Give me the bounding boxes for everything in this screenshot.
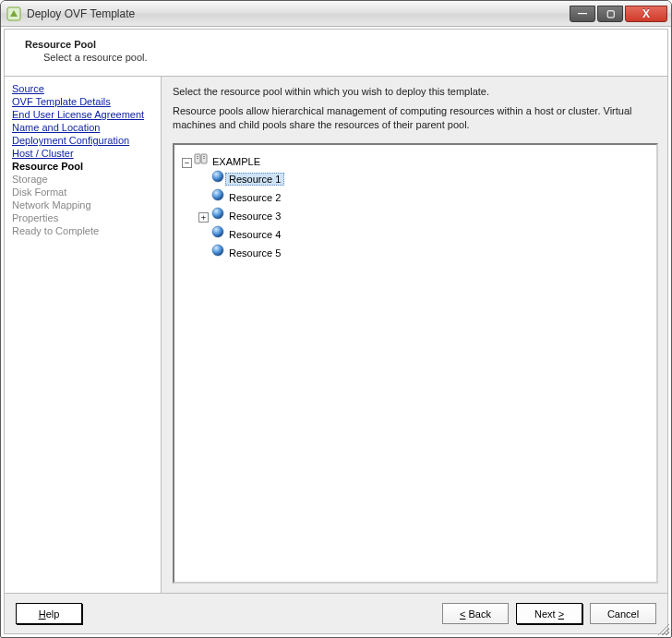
back-button-label: Back	[465, 608, 491, 620]
wizard-step: Storage	[12, 173, 153, 186]
cancel-button[interactable]: Cancel	[590, 603, 656, 624]
tree-node-label: Resource 4	[229, 229, 281, 240]
wizard-window: Deploy OVF Template — ▢ X Resource Pool …	[0, 0, 672, 638]
resource-pool-icon	[210, 206, 225, 221]
app-icon	[6, 6, 21, 21]
wizard-step: Properties	[12, 211, 153, 224]
tree-node-label: Resource 1	[229, 174, 281, 185]
window-title: Deploy OVF Template	[27, 7, 568, 20]
close-icon: X	[642, 7, 650, 20]
help-button[interactable]: Help	[16, 603, 82, 624]
wizard-step[interactable]: Host / Cluster	[12, 147, 153, 160]
svg-point-9	[212, 208, 223, 219]
resource-pool-icon	[210, 224, 225, 239]
content: Resource Pool Select a resource pool. So…	[4, 29, 668, 634]
tree-toggle[interactable]: +	[198, 212, 209, 223]
svg-point-8	[212, 189, 223, 200]
svg-rect-3	[197, 156, 198, 157]
wizard-step[interactable]: OVF Template Details	[12, 95, 153, 108]
resize-grip[interactable]	[656, 622, 669, 635]
maximize-icon: ▢	[606, 8, 615, 18]
wizard-footer: Help < Back Next > Cancel	[5, 593, 667, 633]
wizard-header: Resource Pool Select a resource pool.	[5, 30, 667, 77]
resource-pool-icon	[210, 243, 225, 258]
tree-node[interactable]: Resource 1	[225, 173, 284, 186]
tree-node-label: Resource 3	[229, 211, 281, 222]
window-buttons: — ▢ X	[568, 6, 667, 22]
back-button[interactable]: < Back	[442, 603, 509, 624]
tree-node-label: EXAMPLE	[212, 156, 260, 167]
wizard-step[interactable]: Name and Location	[12, 121, 153, 134]
minimize-button[interactable]: —	[570, 6, 595, 22]
titlebar[interactable]: Deploy OVF Template — ▢ X	[1, 1, 671, 27]
wizard-steps-sidebar: SourceOVF Template DetailsEnd User Licen…	[5, 77, 162, 593]
tree-node[interactable]: Resource 2	[225, 191, 284, 204]
tree-node[interactable]: Resource 4	[225, 228, 284, 241]
main-pane: Select the resource pool within which yo…	[162, 77, 667, 593]
wizard-step[interactable]: Source	[12, 82, 153, 95]
next-button-label: Next	[534, 608, 558, 620]
close-button[interactable]: X	[625, 6, 667, 22]
cluster-icon	[194, 151, 209, 166]
resource-pool-icon	[210, 169, 225, 184]
wizard-step: Disk Format	[12, 186, 153, 199]
page-subtitle: Select a resource pool.	[43, 52, 654, 63]
tree-node[interactable]: Resource 3	[225, 210, 284, 223]
instruction-text-2: Resource pools allow hierarchical manage…	[173, 104, 658, 132]
tree-node-label: Resource 5	[229, 247, 281, 259]
svg-rect-4	[203, 156, 205, 157]
next-hotkey: >	[558, 608, 564, 620]
wizard-step: Network Mapping	[12, 199, 153, 211]
minimize-icon: —	[578, 8, 587, 18]
tree-node-root[interactable]: EXAMPLE	[209, 155, 264, 168]
wizard-step[interactable]: End User License Agreement	[12, 108, 153, 121]
svg-point-10	[212, 226, 223, 237]
tree-node[interactable]: Resource 5	[225, 247, 284, 259]
resource-pool-tree[interactable]: −EXAMPLEResource 1Resource 2+Resource 3R…	[173, 143, 658, 584]
next-button[interactable]: Next >	[516, 603, 582, 624]
instruction-text-1: Select the resource pool within which yo…	[173, 86, 658, 97]
help-button-label: H	[39, 608, 46, 620]
tree-toggle[interactable]: −	[182, 158, 192, 168]
resource-pool-icon	[210, 187, 225, 202]
svg-point-7	[212, 171, 223, 182]
svg-rect-5	[197, 158, 198, 159]
tree-node-label: Resource 2	[229, 192, 281, 203]
svg-point-11	[212, 245, 223, 256]
page-title: Resource Pool	[25, 39, 654, 50]
wizard-step: Ready to Complete	[12, 224, 153, 237]
middle-area: SourceOVF Template DetailsEnd User Licen…	[5, 77, 667, 593]
maximize-button[interactable]: ▢	[597, 6, 623, 22]
svg-rect-6	[203, 158, 205, 159]
wizard-step: Resource Pool	[12, 160, 153, 173]
wizard-step[interactable]: Deployment Configuration	[12, 134, 153, 147]
